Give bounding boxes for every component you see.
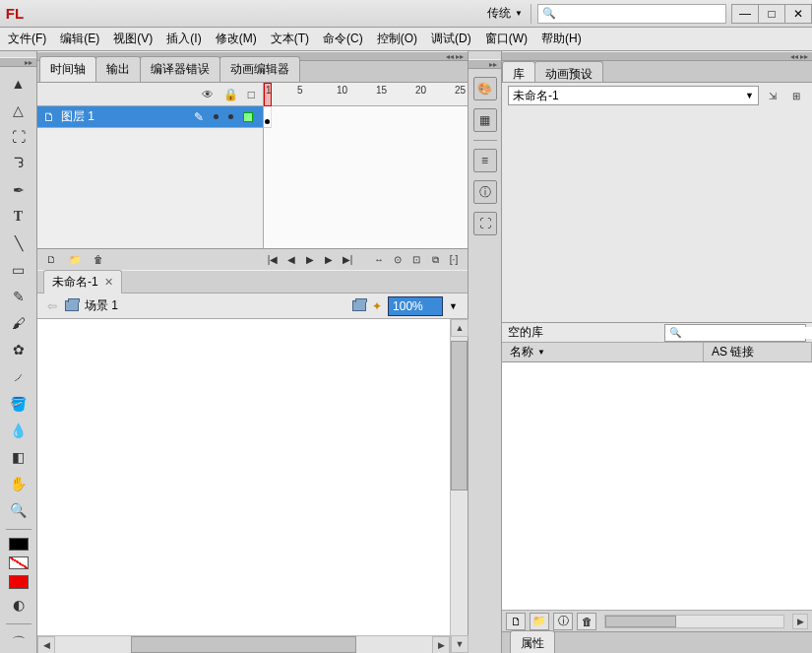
scroll-left-button[interactable]: ◀ xyxy=(37,636,55,653)
minimize-button[interactable]: — xyxy=(731,4,759,24)
prev-frame-button[interactable]: ◀ xyxy=(283,252,299,268)
menu-file[interactable]: 文件(F) xyxy=(6,29,48,49)
color-palette-icon[interactable]: 🎨 xyxy=(473,77,497,100)
scroll-right-button[interactable]: ▶ xyxy=(792,614,808,629)
lock-dot[interactable] xyxy=(228,114,233,119)
maximize-button[interactable]: □ xyxy=(758,4,785,24)
lib-grip[interactable]: ◂◂ ▸▸ xyxy=(502,51,812,61)
new-symbol-button[interactable]: 🗋 xyxy=(506,613,526,630)
menu-edit[interactable]: 编辑(E) xyxy=(58,29,101,49)
visibility-dot[interactable] xyxy=(214,114,219,119)
properties-tab[interactable]: 属性 xyxy=(502,631,812,653)
stage[interactable] xyxy=(37,319,450,635)
search-input[interactable]: 🔍 xyxy=(537,4,726,24)
close-icon[interactable]: ✕ xyxy=(104,276,113,289)
tab-properties[interactable]: 属性 xyxy=(510,630,555,654)
menu-modify[interactable]: 修改(M) xyxy=(214,29,259,49)
lasso-tool[interactable]: ᘊ xyxy=(6,153,31,173)
lock-icon[interactable]: 🔒 xyxy=(223,88,238,101)
menu-debug[interactable]: 调试(D) xyxy=(429,29,473,49)
stroke-color-swatch[interactable] xyxy=(9,538,29,551)
zoom-input[interactable] xyxy=(388,296,443,316)
tab-motion-presets[interactable]: 动画预设 xyxy=(534,61,603,82)
menu-text[interactable]: 文本(T) xyxy=(269,29,311,49)
library-document-dropdown[interactable]: 未命名-1 ▼ xyxy=(508,86,759,105)
visibility-icon[interactable]: 👁 xyxy=(202,88,214,101)
menu-help[interactable]: 帮助(H) xyxy=(539,29,584,49)
pencil-tool[interactable]: ✎ xyxy=(6,287,31,307)
zoom-tool[interactable]: 🔍 xyxy=(6,500,31,521)
hand-tool[interactable]: ✋ xyxy=(6,473,31,493)
transform-icon[interactable]: ⛶ xyxy=(473,212,497,235)
tab-timeline[interactable]: 时间轴 xyxy=(39,56,96,82)
library-search-field[interactable] xyxy=(681,327,812,339)
subselection-tool[interactable]: △ xyxy=(6,99,31,120)
menu-control[interactable]: 控制(O) xyxy=(375,29,419,49)
tools-grip[interactable]: ▸▸ xyxy=(0,57,36,67)
snap-option[interactable]: ⌒ xyxy=(6,632,31,653)
new-layer-button[interactable]: 🗋 xyxy=(43,252,59,268)
workspace-dropdown[interactable]: 传统 ▼ xyxy=(479,4,531,24)
text-tool[interactable]: T xyxy=(6,206,31,227)
close-button[interactable]: ✕ xyxy=(784,4,812,24)
search-field[interactable] xyxy=(560,7,721,21)
frames-area[interactable]: 1 5 10 15 20 25 xyxy=(264,83,468,248)
scroll-up-button[interactable]: ▲ xyxy=(451,319,468,337)
menu-insert[interactable]: 插入(I) xyxy=(164,29,203,49)
tab-compiler-errors[interactable]: 编译器错误 xyxy=(140,56,220,82)
brush-tool[interactable]: 🖌 xyxy=(6,313,31,334)
first-frame-button[interactable]: |◀ xyxy=(265,252,281,268)
info-icon[interactable]: ⓘ xyxy=(473,180,497,204)
swatches-icon[interactable]: ▦ xyxy=(473,108,497,132)
library-list[interactable] xyxy=(502,362,812,610)
edit-multiple-button[interactable]: ⧉ xyxy=(427,252,443,268)
last-frame-button[interactable]: ▶| xyxy=(340,252,355,268)
free-transform-tool[interactable]: ⛶ xyxy=(6,126,31,147)
chevron-down-icon[interactable]: ▼ xyxy=(449,301,458,311)
menu-commands[interactable]: 命令(C) xyxy=(321,29,365,49)
align-icon[interactable]: ≡ xyxy=(473,149,497,172)
selection-tool[interactable]: ▲ xyxy=(6,73,31,94)
play-button[interactable]: ▶ xyxy=(302,252,318,268)
pin-library-button[interactable]: ⇲ xyxy=(763,86,782,105)
scroll-right-button[interactable]: ▶ xyxy=(432,636,450,653)
rectangle-tool[interactable]: ▭ xyxy=(6,260,31,281)
scene-breadcrumb[interactable]: 场景 1 xyxy=(65,297,118,314)
tab-library[interactable]: 库 xyxy=(502,61,535,82)
onion-outline-button[interactable]: ⊡ xyxy=(408,252,424,268)
color-options[interactable]: ◐ xyxy=(6,595,31,616)
new-folder-button[interactable]: 📁 xyxy=(67,252,83,268)
outline-icon[interactable]: □ xyxy=(248,88,255,101)
tab-output[interactable]: 输出 xyxy=(95,56,141,82)
v-scrollbar[interactable]: ▲ ▼ xyxy=(450,319,468,653)
eyedropper-tool[interactable]: 💧 xyxy=(6,420,31,440)
new-library-button[interactable]: ⊞ xyxy=(786,86,806,105)
center-frame-button[interactable]: ↔ xyxy=(371,252,387,268)
eraser-tool[interactable]: ◧ xyxy=(6,446,31,467)
delete-layer-button[interactable]: 🗑 xyxy=(91,252,106,268)
edit-scene-icon[interactable] xyxy=(352,300,366,311)
bone-tool[interactable]: ⟋ xyxy=(6,366,31,387)
rstrip-grip[interactable]: ▸▸ xyxy=(468,59,501,69)
keyframe[interactable] xyxy=(264,106,272,128)
col-linkage-header[interactable]: AS 链接 xyxy=(704,343,812,361)
menu-view[interactable]: 视图(V) xyxy=(111,29,155,49)
paint-bucket-tool[interactable]: 🪣 xyxy=(6,393,31,414)
outline-swatch[interactable] xyxy=(243,112,253,122)
layer-row[interactable]: 🗋 图层 1 ✎ xyxy=(37,106,263,128)
scroll-down-button[interactable]: ▼ xyxy=(451,635,468,653)
deco-tool[interactable]: ✿ xyxy=(6,340,31,360)
pen-tool[interactable]: ✒ xyxy=(6,179,31,200)
new-folder-button[interactable]: 📁 xyxy=(530,613,549,630)
timeline-ruler[interactable]: 1 5 10 15 20 25 xyxy=(264,83,468,106)
h-scrollbar[interactable]: ◀ ▶ xyxy=(37,635,450,653)
document-tab[interactable]: 未命名-1 ✕ xyxy=(43,270,122,294)
tab-motion-editor[interactable]: 动画编辑器 xyxy=(219,56,300,82)
fill-color-swatch[interactable] xyxy=(9,575,29,588)
library-search[interactable]: 🔍 xyxy=(664,324,806,342)
onion-skin-button[interactable]: ⊙ xyxy=(390,252,406,268)
edit-symbol-icon[interactable]: ✦ xyxy=(372,299,382,313)
h-scroll-thumb[interactable] xyxy=(605,616,676,627)
line-tool[interactable]: ╲ xyxy=(6,233,31,254)
swap-colors[interactable] xyxy=(9,556,29,569)
